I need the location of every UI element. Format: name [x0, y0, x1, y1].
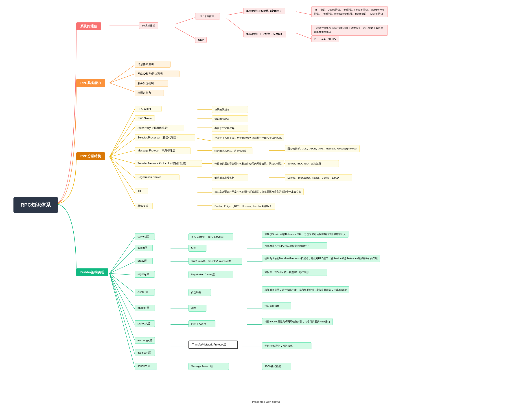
svg-line-14: [109, 138, 135, 157]
b2-io: 网络IO模型/协议透明: [135, 71, 179, 77]
b2-cross: 跨语言能力: [135, 90, 164, 96]
svg-line-1: [175, 17, 197, 24]
svg-line-39: [109, 273, 135, 340]
b3-stub-desc: 存在于RPC客户端: [212, 125, 248, 132]
b3-selector: Selector/Processor（接受代理层）: [135, 135, 195, 141]
svg-line-10: [109, 83, 135, 92]
b4-config: config层: [135, 245, 153, 251]
svg-line-38: [109, 273, 135, 324]
svg-line-8: [109, 74, 135, 83]
b4-cluster-desc: 负载均衡: [188, 289, 211, 296]
b1-90s-http: 90年代的HTTP协议（应用层）: [243, 31, 286, 37]
svg-line-33: [109, 248, 135, 273]
branch-1: 系统间通信: [76, 22, 101, 30]
b4-registry-desc: Registration Center层: [188, 271, 233, 278]
b3-transfer-desc: 传输协议层负责管理RPC框架所使用的网络协议、网络IO模型: [212, 160, 284, 167]
b4-proxy-desc: Stub/Proxy层、Selector/Processor层: [188, 258, 242, 265]
svg-line-40: [109, 273, 135, 354]
footer: Presented with xmind: [252, 400, 280, 404]
b4-exchange: exchange层: [135, 337, 155, 344]
svg-line-34: [109, 262, 135, 273]
b3-transfer: Transfer/Network Protocol（传输管理层）: [135, 160, 202, 167]
b1-udp: UDP: [195, 37, 207, 43]
svg-line-13: [109, 127, 135, 157]
b3-impl-desc: Dubbo、Feign、gRPC、Hession、facebook的Thrift: [212, 203, 275, 210]
root-node: RPC知识体系: [13, 197, 58, 213]
b2-msg: 消息格式透明: [135, 61, 170, 68]
svg-line-7: [109, 65, 135, 83]
b4-monitor-extra: 接口监控指标: [262, 302, 291, 309]
b4-proxy: proxy层: [135, 258, 153, 264]
svg-line-32: [109, 237, 135, 273]
b1-tcp: TCP（传输层）: [195, 13, 220, 19]
svg-line-11: [109, 109, 135, 157]
b4-transport-group-box: Transfer/Network Protocol层: [188, 340, 238, 349]
b3-rpc-client-desc: 协议的发起方: [212, 106, 248, 113]
b4-transport-extra: 开启Netty通信，发送请求: [262, 342, 311, 349]
branch-3: RPC分层结构: [76, 152, 105, 160]
b3-msg-proto-extra: 固定长解析、JDK、JSON、XML、Hessian、Google的Protob…: [285, 145, 360, 152]
svg-line-23: [197, 138, 213, 141]
b4-serialize: serialize层: [135, 363, 157, 369]
b1-80s-detail: HTTP协议、Dubbo协议、RMI协议、Hessian协议、WebServic…: [311, 6, 388, 17]
b1-socket: socket连接: [139, 22, 158, 29]
b4-serialize-extra: JSON格式数据: [262, 363, 291, 370]
b3-rpc-server: RPC Server: [135, 115, 155, 121]
b3-msg-proto: Message Protocol（消息管理层）: [135, 147, 191, 154]
b3-impl: 具体实现: [135, 203, 153, 209]
svg-line-4: [227, 18, 246, 33]
b4-monitor: monitor层: [135, 305, 155, 311]
b4-cluster-extra: 获取服务目录，进行负载均衡，完善集群容错，定位目标服务，生成Invoker: [262, 286, 349, 293]
svg-line-18: [109, 157, 135, 193]
svg-line-36: [109, 273, 135, 293]
svg-line-17: [109, 157, 135, 178]
b3-reg-center: Registration Center: [135, 174, 179, 180]
b2-discover: 服务发现机制: [135, 80, 168, 87]
svg-line-2: [175, 27, 197, 40]
b1-80s-rpc: 80年代的RPC规范（应用层）: [243, 8, 285, 14]
b4-config-desc: 配置: [188, 245, 206, 252]
brand-label: xmind: [272, 400, 280, 404]
b3-stub: Stub/Proxy（调用代理层）: [135, 125, 184, 131]
svg-line-15: [109, 151, 135, 157]
b4-service-extra: 添加@Service和@Reference注解，分别完成对远程服务的注册暴露和引…: [262, 231, 348, 238]
b4-protocol-desc: 封装RPC调用: [188, 320, 215, 327]
b4-transport: transport层: [135, 349, 155, 356]
b1-http-versions: HTTP1.1、HTTP2: [311, 35, 339, 42]
b4-protocol-extra: 根据Invoker属性完成调用链路封装，内含可扩展的Filter接口: [262, 318, 333, 325]
b4-cluster: cluster层: [135, 289, 155, 296]
branch-2: RPC具备能力: [76, 79, 105, 87]
svg-line-35: [109, 273, 135, 275]
b4-registry-extra: 可配置，对Dubbo统一模型URL进行注册: [262, 269, 327, 276]
b4-protocol: protocol层: [135, 320, 155, 327]
branch-4: Dubbo架构实现: [76, 268, 108, 276]
b4-service-desc: RPC Client层、RPC Server层: [188, 233, 233, 240]
b3-selector-desc: 存在于RPC服务端，用于代理服务器端某一个RPC接口的实现: [212, 135, 284, 141]
b3-rpc-client: RPC Client: [135, 106, 161, 112]
b3-msg-proto-desc: 约定的消息格式、序列化协议: [212, 147, 252, 154]
b3-idl-desc: 接口定义语言并不是RPC实现中所必须的，但在需要跨语言的框架中一定会存在: [212, 188, 304, 195]
svg-line-16: [109, 157, 135, 163]
b4-monitor-desc: 监控: [188, 305, 206, 312]
mindmap: RPC知识体系 系统间通信 socket连接 TCP（传输层） UDP 80年代…: [0, 0, 532, 408]
b4-service: service层: [135, 233, 155, 240]
b4-serialize-desc: Message Protocol层: [188, 363, 229, 370]
b4-proxy-extra: 借助Spring的BeanPostProcessor扩展点，完成对RPC接口（@…: [262, 255, 380, 262]
svg-line-37: [109, 273, 135, 309]
b3-rpc-server-desc: 协议的实现方: [212, 115, 248, 122]
b4-config-extra: 可依赖注入于RPC接口对象实例的属性中: [262, 242, 327, 249]
svg-line-12: [109, 118, 135, 157]
b4-registry: registry层: [135, 271, 155, 278]
b3-reg-center-desc: 解决服务发现机制: [212, 174, 248, 181]
b3-reg-center-extra: Eureka、ZooKeeper、Nacos、Consul、ETCD: [285, 174, 352, 181]
b3-idl: IDL: [135, 188, 148, 194]
b1-80s-detail2: 一种通过网络从远程计算机程序上请求服务，而不需要了解底层网络技术的协议: [311, 25, 388, 36]
svg-line-3: [227, 12, 246, 15]
svg-line-41: [109, 273, 135, 367]
b3-transfer-extra: Socket、BIO、NIO、多路复用_: [285, 160, 339, 167]
svg-line-19: [109, 157, 135, 206]
